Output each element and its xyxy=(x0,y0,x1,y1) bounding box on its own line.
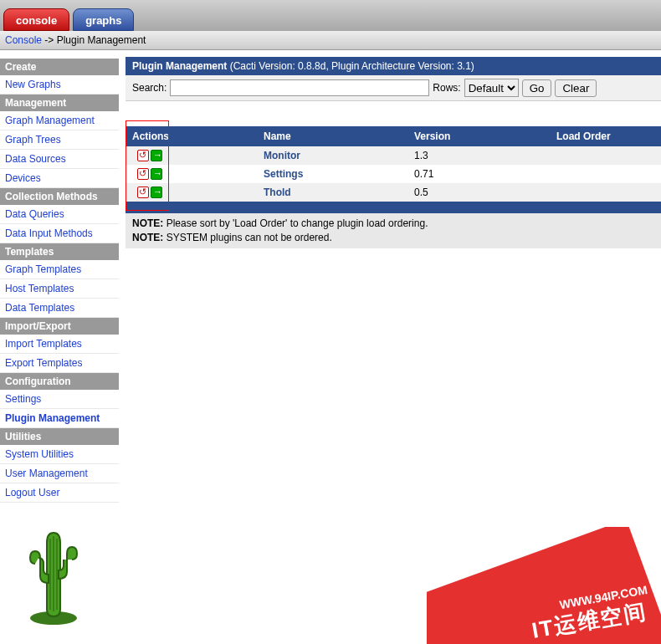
sidebar-item[interactable]: Export Templates xyxy=(0,354,119,373)
sidebar-header: Utilities xyxy=(0,428,119,445)
col-version-header[interactable]: Version xyxy=(414,130,556,142)
search-input[interactable] xyxy=(170,79,429,96)
plugin-version: 1.3 xyxy=(414,150,556,161)
sidebar-item[interactable]: Data Sources xyxy=(0,150,119,169)
uninstall-icon[interactable] xyxy=(137,150,149,161)
note-prefix: NOTE: xyxy=(132,217,163,229)
plugin-version: 0.5 xyxy=(414,187,556,198)
sidebar-item[interactable]: Plugin Management xyxy=(0,409,119,428)
uninstall-icon[interactable] xyxy=(137,168,149,180)
note-line2: SYSTEM plugins can not be ordered. xyxy=(167,232,332,243)
sidebar-link[interactable]: Graph Templates xyxy=(5,263,81,275)
sidebar-link[interactable]: Settings xyxy=(5,393,41,405)
table-row: Settings0.71 xyxy=(126,165,661,183)
sidebar-item[interactable]: System Utilities xyxy=(0,445,119,464)
sidebar-link[interactable]: Data Templates xyxy=(5,302,74,314)
table-row: Thold0.5 xyxy=(126,183,661,202)
main-content: Plugin Management (Cacti Version: 0.8.8d… xyxy=(119,50,661,503)
sidebar-item[interactable]: Data Queries xyxy=(0,205,119,224)
plugin-version: 0.71 xyxy=(414,168,556,180)
tab-graphs[interactable]: graphs xyxy=(73,8,134,31)
plugin-name-link[interactable]: Settings xyxy=(264,168,303,180)
breadcrumb-sep: -> xyxy=(42,34,57,46)
sidebar: CreateNew GraphsManagementGraph Manageme… xyxy=(0,50,119,503)
sidebar-link[interactable]: Devices xyxy=(5,172,41,184)
table-row: Monitor1.3 xyxy=(126,146,661,165)
sidebar-header: Create xyxy=(0,59,119,75)
uninstall-icon[interactable] xyxy=(137,187,149,198)
sidebar-item[interactable]: Graph Trees xyxy=(0,130,119,150)
title-bar: Plugin Management (Cacti Version: 0.8.8d… xyxy=(126,57,661,75)
sidebar-link[interactable]: Data Sources xyxy=(5,153,66,165)
table-footer-bar xyxy=(126,202,661,213)
notes: NOTE: Please sort by 'Load Order' to cha… xyxy=(126,213,661,248)
col-actions-header[interactable]: Actions xyxy=(126,130,264,142)
sidebar-header: Collection Methods xyxy=(0,188,119,205)
enable-icon[interactable] xyxy=(151,168,162,180)
col-load-header[interactable]: Load Order xyxy=(556,130,661,142)
sidebar-link[interactable]: New Graphs xyxy=(5,79,61,90)
tab-console[interactable]: console xyxy=(3,8,69,31)
sidebar-item[interactable]: User Management xyxy=(0,464,119,483)
col-name-header[interactable]: Name xyxy=(264,130,414,142)
sidebar-link[interactable]: System Utilities xyxy=(5,448,74,460)
note-prefix2: NOTE: xyxy=(132,232,163,243)
sidebar-item[interactable]: Graph Templates xyxy=(0,260,119,279)
sidebar-link[interactable]: Data Input Methods xyxy=(5,227,93,239)
plugin-name-link[interactable]: Monitor xyxy=(264,150,300,161)
sidebar-item[interactable]: Logout User xyxy=(0,483,119,503)
sidebar-item[interactable]: Data Templates xyxy=(0,299,119,318)
sidebar-link[interactable]: Host Templates xyxy=(5,283,74,294)
sidebar-link[interactable]: Import Templates xyxy=(5,338,82,350)
sidebar-item[interactable]: Host Templates xyxy=(0,279,119,299)
sidebar-link[interactable]: Data Queries xyxy=(5,208,64,220)
top-tabs: console graphs xyxy=(0,0,661,31)
sidebar-item[interactable]: Graph Management xyxy=(0,111,119,130)
plugin-name-link[interactable]: Thold xyxy=(264,187,291,198)
sidebar-link[interactable]: User Management xyxy=(5,468,88,479)
breadcrumb: Console -> Plugin Management xyxy=(0,31,661,50)
search-bar: Search: Rows: Default Go Clear xyxy=(126,75,661,101)
sidebar-link[interactable]: Graph Management xyxy=(5,115,95,126)
clear-button[interactable]: Clear xyxy=(555,79,597,97)
sidebar-link[interactable]: Logout User xyxy=(5,487,59,498)
sidebar-link[interactable]: Graph Trees xyxy=(5,134,61,146)
note-line1: Please sort by 'Load Order' to change pl… xyxy=(167,217,428,229)
enable-icon[interactable] xyxy=(151,187,162,198)
spacer xyxy=(126,101,661,126)
table-header: Actions Name Version Load Order xyxy=(126,126,661,146)
go-button[interactable]: Go xyxy=(522,79,552,97)
sidebar-item[interactable]: Settings xyxy=(0,390,119,409)
sidebar-item[interactable]: New Graphs xyxy=(0,75,119,95)
page-subtitle: (Cacti Version: 0.8.8d, Plugin Architect… xyxy=(230,60,474,72)
breadcrumb-root[interactable]: Console xyxy=(5,34,42,46)
breadcrumb-page: Plugin Management xyxy=(57,34,146,46)
rows-label: Rows: xyxy=(433,82,460,94)
sidebar-header: Templates xyxy=(0,243,119,260)
enable-icon[interactable] xyxy=(151,150,162,161)
watermark: WWW.94IP.COM IT运维空间 xyxy=(427,527,661,644)
sidebar-header: Configuration xyxy=(0,373,119,390)
rows-select[interactable]: Default xyxy=(464,79,519,97)
sidebar-header: Import/Export xyxy=(0,318,119,335)
sidebar-item[interactable]: Devices xyxy=(0,169,119,188)
search-label: Search: xyxy=(132,82,167,94)
sidebar-item[interactable]: Data Input Methods xyxy=(0,224,119,243)
sidebar-link[interactable]: Export Templates xyxy=(5,357,83,369)
sidebar-header: Management xyxy=(0,95,119,111)
sidebar-item[interactable]: Import Templates xyxy=(0,335,119,354)
page-title: Plugin Management xyxy=(132,60,227,72)
sidebar-link[interactable]: Plugin Management xyxy=(5,412,100,424)
